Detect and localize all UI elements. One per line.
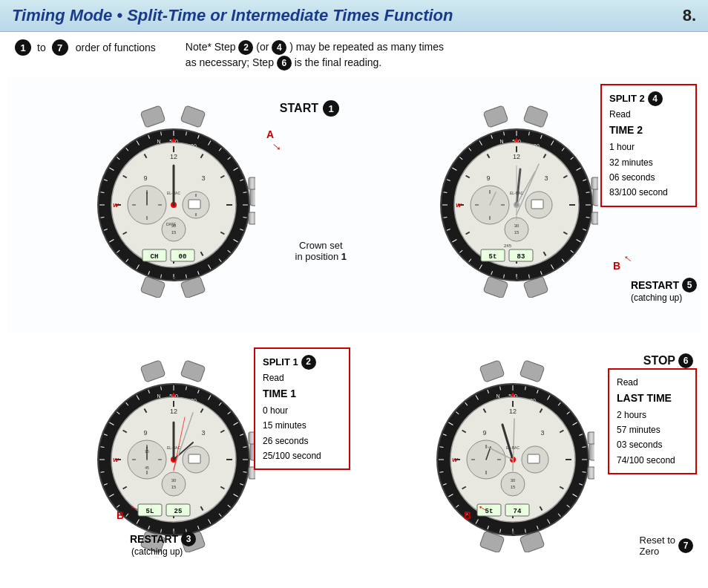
svg-text:74: 74 <box>513 508 521 515</box>
page-number: 8. <box>683 6 696 25</box>
svg-text:45: 45 <box>145 466 149 470</box>
watch-svg-1: 500 400 300 240 200 N TACHYMETRE <box>92 105 255 298</box>
svg-text:30: 30 <box>510 478 515 483</box>
svg-text:3: 3 <box>540 429 544 437</box>
restart5-label: RESTART 5 (catching up) <box>631 278 697 303</box>
split1-line1: 0 hour <box>263 403 341 418</box>
svg-rect-0 <box>140 105 165 128</box>
svg-text:30: 30 <box>171 478 176 483</box>
svg-text:9: 9 <box>482 429 486 437</box>
page: Timing Mode • Split-Time or Intermediate… <box>0 0 708 588</box>
svg-text:3: 3 <box>201 429 205 437</box>
svg-text:5t: 5t <box>488 253 496 261</box>
watch-cell-2: 500 400 300 N TACHYMETRE <box>354 78 701 333</box>
start-text: START <box>280 102 318 115</box>
split1-line3: 26 seconds <box>263 434 341 448</box>
svg-text:00: 00 <box>178 253 186 261</box>
svg-rect-94 <box>523 105 548 128</box>
svg-text:30: 30 <box>514 223 519 228</box>
svg-text:3: 3 <box>544 174 548 182</box>
page-title: Timing Mode • Split-Time or Intermediate… <box>12 6 453 25</box>
split1-line4: 25/100 second <box>263 448 341 463</box>
svg-text:3: 3 <box>201 174 205 182</box>
svg-text:12: 12 <box>169 408 177 415</box>
svg-text:5L: 5L <box>145 508 154 515</box>
split2-line2: 32 minutes <box>609 155 688 170</box>
letter-a-w1: A <box>266 128 274 140</box>
step-7-badge: 7 <box>52 39 68 56</box>
split2-time-label: TIME 2 <box>609 122 688 140</box>
split2-line1: 1 hour <box>609 140 688 154</box>
to-text: to <box>37 42 46 53</box>
restart3-label: RESTART 3 (catching up) <box>130 532 196 557</box>
letter-b-w3: B <box>117 509 124 521</box>
instruction-left: 1 to 7 order of functions <box>15 39 156 56</box>
watch-svg-3: 500 400 300 N TACHYMETRE <box>92 359 255 552</box>
svg-text:25: 25 <box>174 508 182 515</box>
note-step4: 4 <box>272 40 286 55</box>
header: Timing Mode • Split-Time or Intermediate… <box>0 0 708 32</box>
lasttime-line4: 74/100 second <box>617 453 688 468</box>
svg-rect-351 <box>528 454 540 463</box>
svg-text:9: 9 <box>143 174 147 182</box>
lasttime-line3: 03 seconds <box>617 437 688 452</box>
svg-rect-93 <box>483 105 508 128</box>
watch-cell-1: 500 400 300 240 200 N TACHYMETRE <box>7 78 354 333</box>
note-step2: 2 <box>238 40 253 55</box>
lasttime-line1: 2 hours <box>617 408 688 422</box>
split2-infobox: SPLIT 2 4 Read TIME 2 1 hour 32 minutes … <box>600 84 697 207</box>
svg-text:N: N <box>157 139 160 144</box>
svg-rect-1 <box>180 105 206 128</box>
note-step6: 6 <box>277 56 292 71</box>
split1-step: 2 <box>301 355 316 370</box>
order-text: order of functions <box>76 42 156 53</box>
lasttime-label: LAST TIME <box>617 390 688 408</box>
watches-grid: 500 400 300 240 200 N TACHYMETRE <box>0 74 708 588</box>
svg-text:83: 83 <box>517 253 525 261</box>
svg-text:9: 9 <box>143 429 147 437</box>
svg-point-74 <box>162 218 186 241</box>
arrow-b-w2: → <box>619 249 637 267</box>
reset-zero-label: Reset toZero 7 <box>640 535 693 557</box>
svg-text:EL-BAC: EL-BAC <box>166 191 180 195</box>
svg-rect-360 <box>588 432 594 444</box>
svg-text:12: 12 <box>169 153 177 160</box>
svg-rect-79 <box>189 200 200 209</box>
split1-read: Read <box>263 370 341 385</box>
svg-rect-361 <box>588 467 594 479</box>
svg-rect-87 <box>249 177 255 189</box>
svg-text:12: 12 <box>512 153 519 160</box>
svg-text:12: 12 <box>508 408 516 415</box>
lasttime-read: Read <box>617 375 688 390</box>
split1-time-label: TIME 1 <box>263 385 341 403</box>
stop-text: STOP <box>643 354 675 368</box>
watch-svg-4: 500 400 300 N TACHYMETRE <box>431 359 594 552</box>
watch-cell-3: 500 400 300 N TACHYMETRE <box>7 333 354 587</box>
instruction-right: Note* Step 2 (or 4 ) may be repeated as … <box>186 39 444 71</box>
svg-point-346 <box>501 472 525 496</box>
svg-rect-168 <box>531 200 543 209</box>
svg-text:S: S <box>172 275 177 283</box>
split2-read: Read <box>609 107 688 122</box>
svg-text:15: 15 <box>514 230 519 235</box>
svg-text:EL-BAC: EL-BAC <box>166 445 180 450</box>
svg-text:245: 245 <box>503 244 511 248</box>
split1-infobox: SPLIT 1 2 Read TIME 1 0 hour 15 minutes … <box>254 347 350 471</box>
lasttime-line2: 57 minutes <box>617 422 688 437</box>
svg-rect-179 <box>591 212 598 224</box>
svg-text:15: 15 <box>510 485 515 489</box>
watch-cell-4: 500 400 300 N TACHYMETRE <box>354 333 701 587</box>
svg-point-163 <box>505 218 528 241</box>
watch-4: 500 400 300 N TACHYMETRE <box>431 359 594 567</box>
instructions-row: 1 to 7 order of functions Note* Step 2 (… <box>0 32 708 74</box>
start-label: START 1 <box>280 100 339 117</box>
svg-rect-277 <box>519 360 545 382</box>
reset-step: 7 <box>678 538 693 553</box>
svg-rect-88 <box>249 212 255 224</box>
svg-text:CH: CH <box>150 253 158 261</box>
svg-text:9: 9 <box>486 174 490 182</box>
svg-point-256 <box>162 472 186 496</box>
svg-text:15: 15 <box>171 230 176 235</box>
split2-line3: 06 seconds <box>609 170 688 185</box>
split1-line2: 15 minutes <box>263 418 341 433</box>
